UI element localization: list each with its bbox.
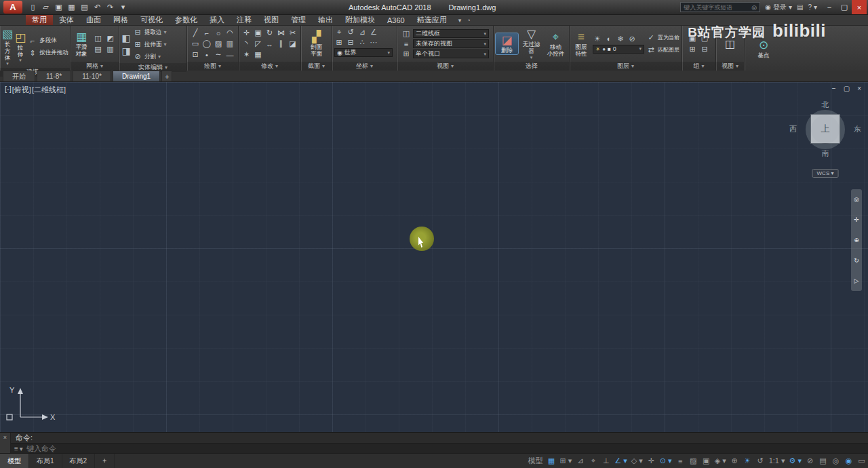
ortho-mode-icon[interactable]: ⊥ [599, 454, 612, 468]
ucs-named-icon[interactable]: ⋯ [369, 38, 378, 47]
command-input[interactable] [26, 444, 230, 452]
union-icon[interactable]: ◧ [121, 33, 131, 43]
boundary-icon[interactable]: ⊡ [190, 50, 201, 60]
extract-edges-row[interactable]: ⊟ 提取边 ▾ [133, 27, 167, 37]
box-button[interactable]: ▧ 长方体 ▾ [2, 27, 13, 66]
ribbon-tab[interactable]: 实体 [53, 15, 80, 25]
panel-label-section[interactable]: 截面▾ [301, 62, 332, 71]
view-row-icon[interactable]: ◫ [401, 29, 411, 38]
maximize-button[interactable]: ▢ [837, 0, 852, 14]
section-plane-button[interactable]: ▞ 剖面 平面 [304, 30, 329, 58]
drawing-canvas[interactable]: [-] [俯视] [二维线框] − ▢ × 北 上 西 东 南 WCS ▾ ◎✛… [0, 82, 868, 432]
annotation-monitor-icon[interactable]: ⊘ [804, 454, 816, 468]
layout-tab[interactable]: 布局2 [62, 454, 96, 468]
ribbon-tab[interactable]: 网格 [107, 15, 134, 25]
hatch-icon[interactable]: ▨ [213, 39, 224, 50]
snap-mode-icon[interactable]: ⊞ ▾ [558, 454, 574, 468]
isometric-drafting-icon[interactable]: ◇ ▾ [629, 454, 645, 468]
viewcube-south[interactable]: 南 [795, 149, 856, 159]
erase-button[interactable]: ◪ 删除 [496, 33, 518, 54]
view-row-icon[interactable]: ≡ [401, 40, 411, 48]
gizmo-button[interactable]: ⌖ 移动 小控件 [545, 30, 567, 58]
ribbon-tab[interactable]: 精选应用 [411, 15, 453, 25]
selection-filter-button[interactable]: ▽ 无过滤器 ▾ [520, 27, 542, 60]
layer-lock-icon[interactable]: ⊘ [627, 35, 637, 43]
extrude-faces-row[interactable]: ⊞ 拉伸面 ▾ [133, 39, 167, 50]
set-current-layer-button[interactable]: ✓ 置为当前 [646, 33, 679, 43]
scale-icon[interactable]: ◸ [252, 39, 264, 50]
file-tab[interactable]: 11-10* [73, 71, 111, 81]
selection-cycling-icon[interactable]: ▣ [700, 454, 713, 468]
group-icon[interactable]: ▣ [687, 33, 698, 44]
separate-row[interactable]: ⊘ 分割 ▾ [133, 52, 167, 62]
wcs-button[interactable]: WCS ▾ [812, 169, 839, 178]
line-icon[interactable]: ╱ [190, 28, 201, 39]
layout-tab[interactable]: 布局1 [29, 454, 62, 468]
new-file-icon[interactable]: ▯ [27, 2, 39, 13]
panel-label-view[interactable]: 视图▾ [397, 62, 493, 71]
layer-isolate-icon[interactable]: ◐ [604, 35, 614, 43]
help-search-field[interactable]: ◎ [680, 2, 760, 12]
view-dropdown[interactable]: 未保存的视图 ▾ [413, 39, 489, 48]
ribbon-tab[interactable]: 视图 [258, 15, 285, 25]
plot-icon[interactable]: ▤ [79, 2, 90, 13]
layout-tab[interactable]: 模型 [0, 454, 29, 468]
lineweight-icon[interactable]: ≡ [674, 454, 687, 468]
mirror-icon[interactable]: ⋈ [275, 28, 287, 39]
undo-icon[interactable]: ↶ [92, 2, 103, 13]
ribbon-tab[interactable]: 输出 [312, 15, 339, 25]
ribbon-tab[interactable]: 曲面 [80, 15, 107, 25]
panel-label-coordinates[interactable]: 坐标▾ [332, 62, 397, 71]
panel-label-layers[interactable]: 图层▾ [570, 62, 682, 71]
tab-overflow-icon[interactable]: ▾ [458, 17, 462, 24]
graphics-performance-icon[interactable]: ◉ [842, 454, 855, 468]
layer-dropdown[interactable]: ☀ ● ■ 0 ▾ [593, 45, 644, 54]
mesh-smooth-less-icon[interactable]: ◩ [104, 33, 116, 44]
polyline-icon[interactable]: ⌐ [201, 28, 213, 39]
ungroup-icon[interactable]: ▢ [699, 33, 711, 44]
orbit-icon[interactable]: ↻ [854, 257, 859, 264]
ucs-face-icon[interactable]: ⊿ [357, 28, 367, 37]
object-snap-tracking-icon[interactable]: ✛ [645, 454, 658, 468]
arc-icon[interactable]: ◠ [224, 28, 236, 39]
doc-close-button[interactable]: × [857, 85, 861, 92]
ucs-zaxis-icon[interactable]: ⊟ [346, 38, 355, 47]
show-motion-icon[interactable]: ▷ [854, 277, 859, 284]
extrude-button[interactable]: ◰ 拉伸 ▾ [15, 31, 26, 64]
layout-tab[interactable]: + [95, 454, 115, 468]
grid-display-icon[interactable]: ▦ [545, 454, 558, 468]
search-binoculars-icon[interactable]: ◎ [751, 4, 757, 11]
command-line-grip[interactable]: × [0, 433, 11, 453]
qat-overflow-icon[interactable]: ▾ [117, 2, 129, 13]
application-menu-button[interactable]: A [3, 1, 22, 14]
gradient-icon[interactable]: ▥ [224, 39, 236, 50]
zoom-icon[interactable]: ⊕ [854, 237, 859, 243]
ribbon-tab[interactable]: 注释 [231, 15, 258, 25]
stretch-icon[interactable]: ↔ [264, 39, 275, 50]
ucs-world-dropdown[interactable]: ◉ 世界 ▾ [334, 48, 393, 57]
view-row-icon[interactable]: ⊞ [401, 50, 411, 58]
viewport-view-control[interactable]: [俯视] [12, 85, 31, 95]
offset-icon[interactable]: ∥ [275, 39, 287, 50]
workspace-gear-icon[interactable]: ⚙ ▾ [787, 454, 804, 468]
file-tab[interactable]: Drawing1 [113, 71, 160, 81]
file-tab[interactable]: 11-8* [37, 71, 71, 81]
layer-properties-button[interactable]: ≡ 图层 特性 [572, 30, 591, 58]
ellipse-icon[interactable]: ◯ [201, 39, 213, 50]
minimize-button[interactable]: − [822, 0, 837, 14]
doc-minimize-button[interactable]: − [832, 85, 836, 92]
ribbon-tab[interactable]: 参数化 [169, 15, 203, 25]
help-button[interactable]: ?▾ [808, 3, 817, 11]
infer-constraints-icon[interactable]: ⊿ [574, 454, 587, 468]
mesh-crease-icon[interactable]: ▥ [104, 44, 116, 55]
annotation-visibility-icon[interactable]: ☀ [741, 454, 754, 468]
redo-icon[interactable]: ↷ [104, 2, 116, 13]
command-customize-button[interactable]: ≡ ▾ [14, 445, 23, 452]
ribbon-tab[interactable]: 插入 [203, 15, 231, 25]
panel-label-mesh[interactable]: 网格▾ [71, 62, 119, 71]
ribbon-minimize-icon[interactable]: ◔ [467, 17, 470, 24]
panel-label-groups[interactable]: 组▾ [682, 62, 715, 71]
construction-line-icon[interactable]: — [224, 50, 236, 60]
layer-off-icon[interactable]: ☀ [593, 35, 602, 43]
array-icon[interactable]: ▦ [252, 50, 264, 60]
